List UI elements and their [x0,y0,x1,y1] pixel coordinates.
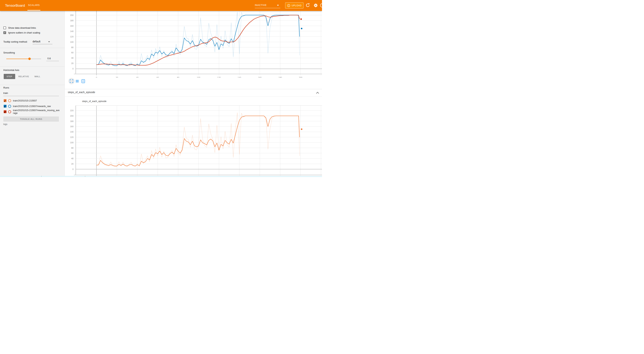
collapse-section-button[interactable] [316,91,319,94]
settings-button[interactable] [314,3,318,8]
divider [0,48,64,48]
smoothing-label: Smoothing [3,51,15,54]
runs-list-icon [76,80,79,82]
refresh-icon [306,3,310,8]
tab-scalars[interactable]: SCALARS [28,0,40,10]
tooltip-sorting-value: default [32,40,40,43]
runs-selector-button[interactable] [76,80,79,83]
upload-button-label: UPLOAD [292,4,302,7]
fit-domain-button[interactable] [82,79,85,84]
haxis-relative-button[interactable]: RELATIVE [17,74,31,79]
svg-text:40: 40 [71,157,74,160]
svg-text:0: 0 [72,168,74,170]
divider [0,85,64,85]
run-label[interactable]: train/20201015-215937/rewards_moving_ave… [13,109,60,114]
svg-text:60: 60 [157,76,159,78]
help-icon[interactable]: ? [320,3,322,8]
divider [64,89,322,89]
gear-icon [314,3,318,8]
expand-chart-button[interactable] [70,80,73,84]
svg-text:100: 100 [197,76,200,78]
svg-text:220: 220 [70,110,74,112]
active-tab-underline [28,10,40,10]
svg-text:200: 200 [70,14,74,16]
svg-text:200: 200 [299,76,302,78]
tooltip-sorting-select[interactable]: default [32,40,40,43]
smoothing-slider[interactable] [6,59,41,59]
logdir-label: logs [3,123,8,126]
svg-text:80: 80 [71,147,74,149]
haxis-step-button[interactable]: STEP [4,74,15,79]
section-title[interactable]: steps_of_each_episode [68,91,95,94]
run-color-ring[interactable] [8,110,11,113]
refresh-button[interactable] [306,3,310,8]
tick-mark [85,176,85,177]
toggle-all-runs-button[interactable]: TOGGLE ALL RUNS [3,116,59,122]
chevron-down-icon [48,41,50,42]
svg-text:40: 40 [71,57,74,59]
rewards-line-chart[interactable]: 0204060801001201401601802000204060801001… [64,11,322,78]
status-dropdown[interactable]: INACTIVE [255,0,280,11]
run-label[interactable]: train/20201015-215937/rewards_raw [13,105,60,108]
svg-text:180: 180 [70,20,74,22]
bottom-strip [0,176,322,177]
smoothing-slider-thumb[interactable] [28,58,31,60]
upload-button[interactable]: UPLOAD [285,2,304,8]
svg-text:100: 100 [70,142,74,144]
fit-domain-icon [82,79,85,83]
tab-scalars-label: SCALARS [28,4,40,6]
status-dropdown-underline [255,8,280,8]
run-color-ring[interactable] [8,99,11,102]
svg-text:200: 200 [70,115,74,117]
svg-text:160: 160 [70,125,74,128]
horizontal-axis-label: Horizontal Axis [3,69,19,72]
svg-text:0: 0 [96,76,97,78]
svg-text:120: 120 [217,76,220,78]
expand-icon [70,80,73,83]
svg-text:140: 140 [70,131,74,133]
run-checkbox-rewards-moving-average[interactable]: ✓ [4,110,6,113]
runs-filter-input[interactable] [3,92,57,94]
chevron-down-icon [277,5,279,6]
status-dropdown-value: INACTIVE [255,4,267,6]
svg-text:80: 80 [177,76,179,78]
svg-text:120: 120 [70,36,74,38]
tooltip-select-underline [32,44,52,44]
run-checkbox-rewards-raw[interactable]: ✓ [4,105,6,108]
chart-card-title: steps_of_each_episode [82,100,106,102]
runs-label: Runs [3,86,9,89]
sidebar: Show data download links ✓ Ignore outlie… [0,11,65,176]
info-icon [287,4,290,7]
svg-text:20: 20 [71,163,74,165]
svg-text:180: 180 [278,76,282,78]
svg-text:60: 60 [71,152,74,154]
checkmark-icon: ✓ [4,110,6,114]
run-checkbox-train[interactable]: ✓ [4,99,6,102]
svg-text:20: 20 [71,62,74,64]
svg-text:160: 160 [258,76,262,78]
show-download-links-checkbox[interactable] [3,26,6,29]
svg-text:100: 100 [70,41,74,43]
tensorboard-app: TensorBoard SCALARS INACTIVE UPLOAD [0,0,322,177]
smoothing-value-input[interactable] [48,57,58,60]
ignore-outliers-checkbox[interactable]: ✓ [3,31,6,34]
divider [64,96,322,97]
run-label[interactable]: train/20201015-215937 [13,100,60,102]
svg-text:180: 180 [70,120,74,122]
svg-text:140: 140 [238,76,241,78]
tooltip-sorting-label: Tooltip sorting method: [3,40,28,43]
run-color-ring[interactable] [8,105,11,108]
checkmark-icon: ✓ [3,31,6,34]
divider [0,66,64,66]
steps-line-chart[interactable]: 020406080100120140160180200220 [64,104,322,176]
haxis-wall-button[interactable]: WALL [32,74,42,79]
svg-text:120: 120 [70,136,74,138]
svg-text:140: 140 [70,30,74,32]
app-title: TensorBoard [5,0,25,11]
chevron-up-icon [316,92,319,94]
app-header: TensorBoard SCALARS INACTIVE UPLOAD [0,0,322,11]
svg-text:160: 160 [70,25,74,27]
checkmark-icon: ✓ [4,105,6,108]
ignore-outliers-label: Ignore outliers in chart scaling [8,31,40,34]
svg-text:60: 60 [71,52,74,54]
